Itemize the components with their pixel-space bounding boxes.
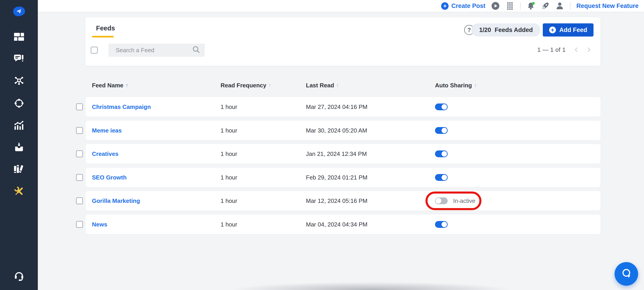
sidebar-item-support[interactable] [0,270,38,282]
plus-circle-icon: + [549,27,556,33]
sidebar-item-inbox[interactable] [0,142,38,153]
auto-sharing-toggle[interactable] [435,221,448,228]
status-label: In-active [453,197,475,204]
table-row: SEO Growth 1 hour Feb 29, 2024 01:21 PM [76,168,600,187]
headset-icon [14,270,24,282]
sort-arrow-icon: ↑ [474,83,477,88]
tab-active-underline [92,36,114,38]
select-all-checkbox[interactable] [91,47,98,54]
auto-sharing-toggle[interactable] [435,174,448,181]
chevron-right-icon[interactable] [584,45,594,55]
table-row: News 1 hour Mar 04, 2024 04:34 PM [76,215,600,234]
chat-bubble-icon [620,267,632,280]
topbar-divider [570,2,570,10]
rocket-icon[interactable] [541,2,550,10]
row-checkbox[interactable] [76,151,83,157]
last-read-value: Jan 21, 2024 12:34 PM [306,144,367,164]
auto-sharing-toggle[interactable] [435,151,448,157]
column-header-last-read[interactable]: Last Read↑ [306,80,339,91]
read-frequency-value: 1 hour [220,215,237,234]
app-logo[interactable] [0,7,38,16]
row-checkbox[interactable] [76,127,83,134]
column-header-label: Auto Sharing [435,82,472,89]
add-feed-label: Add Feed [559,27,587,34]
tools-icon [14,186,24,197]
row-card: Meme ieas 1 hour Mar 30, 2024 05:20 AM [86,121,600,140]
sort-arrow-icon: ↑ [126,83,128,88]
sidebar [0,0,38,290]
request-new-feature-label: Request New Feature [576,3,638,10]
create-post-button[interactable]: + Create Post [441,2,485,10]
sidebar-item-engage[interactable] [0,54,38,64]
feeds-quota-badge: 1/20 Feeds Added [472,23,540,37]
read-frequency-value: 1 hour [220,191,237,211]
sidebar-item-library[interactable] [0,165,38,175]
support-chat-button[interactable] [614,262,638,286]
toggle-knob [441,104,448,110]
search-icon [192,46,200,54]
library-icon [14,165,24,175]
notifications-bell-icon[interactable] [526,2,535,10]
bottom-edge-shadow [195,281,548,290]
sort-arrow-icon: ↑ [336,83,339,88]
column-header-read-frequency[interactable]: Read Frequency↑ [220,80,271,91]
profile-person-icon[interactable] [556,2,564,10]
dashboard-icon [14,33,24,42]
table-row: Meme ieas 1 hour Mar 30, 2024 05:20 AM [76,121,600,140]
last-read-value: Mar 30, 2024 05:20 AM [306,121,367,140]
toggle-knob [441,221,448,228]
sort-arrow-icon: ↑ [268,83,271,88]
tab-feeds[interactable]: Feeds [96,25,115,32]
orbit-icon [14,98,24,109]
feed-name-link[interactable]: Meme ieas [92,127,122,134]
feed-name-link[interactable]: Christmas Campaign [92,103,151,110]
chevron-left-icon[interactable] [571,45,582,55]
auto-sharing-toggle[interactable] [435,197,448,204]
toggle-knob [436,198,441,204]
last-read-value: Mar 27, 2024 04:16 PM [306,97,368,117]
column-header-label: Last Read [306,82,334,89]
row-card: SEO Growth 1 hour Feb 29, 2024 01:21 PM [86,168,600,187]
toggle-knob [441,174,448,181]
last-read-value: Mar 12, 2024 05:16 PM [306,191,368,211]
feed-name-link[interactable]: Gorilla Marketing [92,197,140,204]
sidebar-item-connections[interactable] [0,76,38,86]
read-frequency-value: 1 hour [220,121,237,140]
play-video-icon[interactable] [491,2,500,10]
quota-label: Feeds Added [494,27,533,34]
plus-circle-icon: + [441,2,448,10]
table-header: Feed Name↑Read Frequency↑Last Read↑Auto … [86,80,600,91]
topbar: + Create Post Request New Feature [38,0,644,12]
feeds-panel: Feeds ? 1/20 Feeds Added + Add Feed 1 — … [85,17,600,66]
add-feed-button[interactable]: + Add Feed [543,23,594,37]
column-header-feed-name[interactable]: Feed Name↑ [92,80,128,91]
row-checkbox[interactable] [76,174,83,181]
topbar-divider [520,2,520,10]
sidebar-item-discover[interactable] [0,98,38,109]
row-checkbox[interactable] [76,221,83,228]
column-header-auto-sharing[interactable]: Auto Sharing↑ [435,80,477,91]
analytics-icon [14,121,24,131]
auto-sharing-toggle[interactable] [435,127,448,134]
send-logo-icon [12,6,25,17]
auto-sharing-toggle[interactable] [435,103,448,110]
table-row: Creatives 1 hour Jan 21, 2024 12:34 PM [76,144,600,164]
row-checkbox[interactable] [76,103,83,110]
sidebar-item-analytics[interactable] [0,121,38,131]
pagination: 1 — 1 of 1 [537,45,594,55]
feed-name-link[interactable]: News [92,221,107,228]
page-range-text: 1 — 1 of 1 [537,46,566,53]
quota-count: 1/20 [479,27,491,34]
table-row: Gorilla Marketing 1 hour Mar 12, 2024 05… [76,191,600,211]
feed-name-link[interactable]: SEO Growth [92,174,126,181]
row-checkbox[interactable] [76,197,83,204]
create-post-label: Create Post [451,3,485,10]
sidebar-item-tools[interactable] [0,186,38,197]
search-input[interactable] [116,47,192,54]
feed-name-link[interactable]: Creatives [92,151,118,158]
sidebar-item-dashboard[interactable] [0,33,38,42]
apps-grid-icon[interactable] [506,2,514,10]
last-read-value: Feb 29, 2024 01:21 PM [306,168,368,187]
row-card: Creatives 1 hour Jan 21, 2024 12:34 PM [86,144,600,164]
request-new-feature-link[interactable]: Request New Feature [576,3,638,10]
